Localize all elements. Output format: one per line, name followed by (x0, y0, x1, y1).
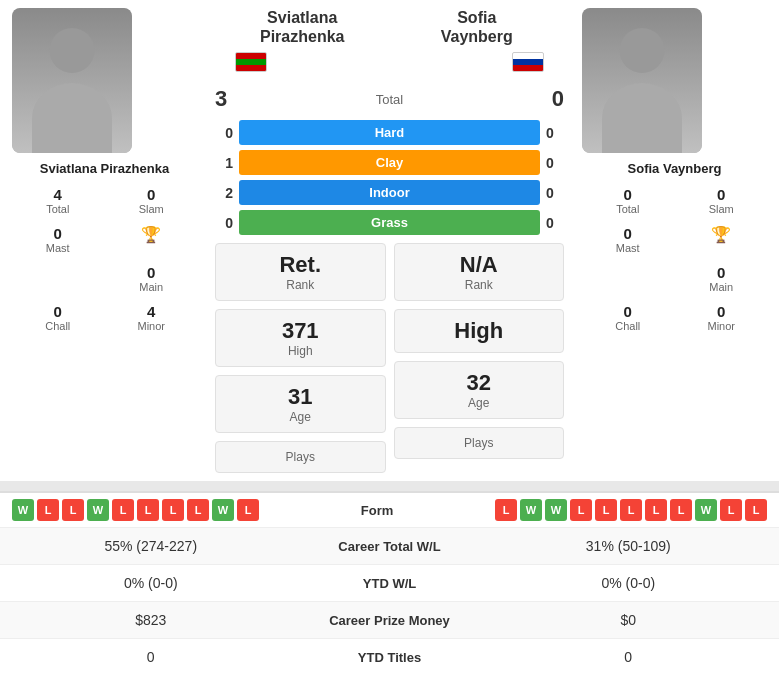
p2-form-3: W (545, 499, 567, 521)
player2-high-box: High (394, 309, 565, 353)
clay-right-count: 0 (546, 155, 564, 171)
grass-right-count: 0 (546, 215, 564, 231)
player2-center-stats: N/A Rank High 32 Age Plays (394, 243, 565, 473)
center-p1-name-line1: Sviatlana (215, 8, 390, 27)
center-p2-name-line2: Vaynberg (390, 27, 565, 46)
clay-button: Clay (239, 150, 540, 175)
surface-rows: 0 Hard 0 1 Clay 0 2 Indoor 0 0 Grass (215, 120, 564, 235)
player2-chall-value: 0 (584, 303, 672, 320)
player1-main-value: 0 (108, 264, 196, 281)
player2-total-value: 0 (584, 186, 672, 203)
player1-column: Sviatlana Pirazhenka 4 Total 0 Slam 0 Ma… (12, 8, 197, 473)
center-p1-name-line2: Pirazhenka (215, 27, 390, 46)
player1-total-value: 4 (14, 186, 102, 203)
form-section: W L L W L L L L W L Form L W W L L L L L… (0, 491, 779, 527)
player2-slam-cell: 0 Slam (676, 182, 768, 219)
p1-form-9: W (212, 499, 234, 521)
player2-plays-box: Plays (394, 427, 565, 459)
player2-mast-value: 0 (584, 225, 672, 242)
player1-avatar (12, 8, 132, 153)
player2-age-value: 32 (407, 370, 552, 396)
p2-form-4: L (570, 499, 592, 521)
player1-chall-label: Chall (14, 320, 102, 332)
flags-row (215, 52, 564, 72)
section-divider (0, 481, 779, 491)
player1-minor-cell: 4 Minor (106, 299, 198, 336)
p2-form-10: L (720, 499, 742, 521)
player2-chall-label: Chall (584, 320, 672, 332)
player1-mast-value: 0 (14, 225, 102, 242)
p1-form-3: L (62, 499, 84, 521)
p1-form-8: L (187, 499, 209, 521)
hard-left-count: 0 (215, 125, 233, 141)
hard-right-count: 0 (546, 125, 564, 141)
player2-stats: 0 Total 0 Slam 0 Mast 🏆 0 Main (582, 182, 767, 336)
player2-chall-cell: 0 Chall (582, 299, 674, 336)
player2-high-value: High (407, 318, 552, 344)
player1-plays-label: Plays (228, 450, 373, 464)
center-column: Sviatlana Pirazhenka Sofia Vaynberg (205, 8, 574, 473)
player2-total-label: Total (584, 203, 672, 215)
player2-age-box: 32 Age (394, 361, 565, 419)
player1-rank-label: Rank (228, 278, 373, 292)
p2-form-6: L (620, 499, 642, 521)
p2-form-7: L (645, 499, 667, 521)
prize-money-left: $823 (12, 612, 290, 628)
total-label: Total (376, 92, 403, 107)
player2-name: Sofia Vaynberg (582, 161, 767, 176)
player2-flag (512, 52, 544, 72)
player2-minor-value: 0 (678, 303, 766, 320)
player2-avatar (582, 8, 702, 153)
p1-form-1: W (12, 499, 34, 521)
flag-by-icon (235, 52, 267, 72)
player1-main-cell: 0 Main (106, 260, 198, 297)
player2-rank-box: N/A Rank (394, 243, 565, 301)
player2-rank-label: Rank (407, 278, 552, 292)
player1-high-value: 371 (228, 318, 373, 344)
player1-age-label: Age (228, 410, 373, 424)
p1-form-2: L (37, 499, 59, 521)
player1-name: Sviatlana Pirazhenka (12, 161, 197, 176)
player2-minor-cell: 0 Minor (676, 299, 768, 336)
players-layout: Sviatlana Pirazhenka 4 Total 0 Slam 0 Ma… (0, 0, 779, 481)
player1-minor-value: 4 (108, 303, 196, 320)
flag-ru-icon (512, 52, 544, 72)
player1-minor-label: Minor (108, 320, 196, 332)
player1-rank-box: Ret. Rank (215, 243, 386, 301)
center-info-boxes: Ret. Rank 371 High 31 Age Plays (215, 243, 564, 473)
player1-mast-label: Mast (14, 242, 102, 254)
indoor-button: Indoor (239, 180, 540, 205)
player2-age-label: Age (407, 396, 552, 410)
player2-mast-label: Mast (584, 242, 672, 254)
p1-form-4: W (87, 499, 109, 521)
total-right-value: 0 (552, 86, 564, 112)
player2-trophy-cell: 🏆 (676, 221, 768, 258)
p2-form-5: L (595, 499, 617, 521)
player1-total-label: Total (14, 203, 102, 215)
player1-slam-label: Slam (108, 203, 196, 215)
player1-plays-box: Plays (215, 441, 386, 473)
player1-form-badges: W L L W L L L L W L (12, 499, 259, 521)
p2-blank (582, 260, 674, 297)
prize-money-row: $823 Career Prize Money $0 (0, 601, 779, 638)
player1-high-label: High (228, 344, 373, 358)
career-wl-row: 55% (274-227) Career Total W/L 31% (50-1… (0, 527, 779, 564)
career-wl-right: 31% (50-109) (490, 538, 768, 554)
center-p2-name-line1: Sofia (390, 8, 565, 27)
center-player1-name: Sviatlana Pirazhenka (215, 8, 390, 46)
ytd-wl-label: YTD W/L (290, 576, 490, 591)
player2-form-badges: L W W L L L L L W L L (495, 499, 767, 521)
p2-form-9: W (695, 499, 717, 521)
indoor-right-count: 0 (546, 185, 564, 201)
player2-trophy-icon: 🏆 (678, 225, 766, 244)
player1-high-box: 371 High (215, 309, 386, 367)
p2-form-1: L (495, 499, 517, 521)
grass-left-count: 0 (215, 215, 233, 231)
ytd-titles-row: 0 YTD Titles 0 (0, 638, 779, 675)
career-wl-left: 55% (274-227) (12, 538, 290, 554)
player2-plays-label: Plays (407, 436, 552, 450)
p1-form-7: L (162, 499, 184, 521)
player2-slam-value: 0 (678, 186, 766, 203)
player1-center-stats: Ret. Rank 371 High 31 Age Plays (215, 243, 386, 473)
player2-silhouette (582, 8, 702, 153)
